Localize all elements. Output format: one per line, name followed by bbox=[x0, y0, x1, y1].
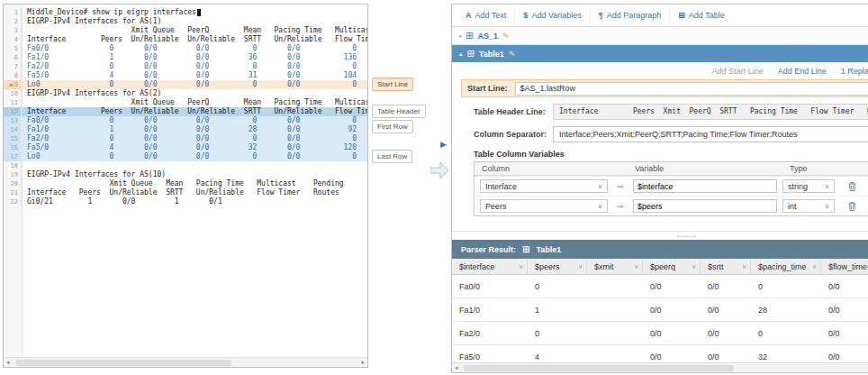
toolbar-button[interactable]: ¶ Add Paragraph bbox=[590, 8, 670, 23]
chevron-down-icon: ∨ bbox=[598, 203, 602, 210]
editor-line[interactable]: ▶ 5 Fa0/0 0 0/0 0/0 0 0/0 0 0 bbox=[4, 44, 367, 53]
editor-line[interactable]: ▶ 18 bbox=[4, 161, 367, 170]
scrollbar-thumb[interactable] bbox=[464, 365, 734, 371]
editor-line[interactable]: ▶ 4 Interface Peers Un/Reliable Un/Relia… bbox=[4, 35, 367, 44]
result-cell: 0/0 bbox=[643, 298, 701, 321]
column-separator-input[interactable] bbox=[553, 126, 868, 142]
add-paragraph-icon: ¶ bbox=[599, 11, 603, 20]
editor-line[interactable]: ▶ 21 Interface Peers Un/Reliable SRTT Un… bbox=[4, 188, 367, 197]
filter-chevron-icon[interactable]: ∨ bbox=[812, 263, 817, 270]
toolbar-button[interactable]: A Add Text bbox=[457, 8, 514, 23]
parser-tool-app: ▶ 1 Middle_Device# show ip eigrp interfa… bbox=[0, 0, 868, 375]
trash-icon[interactable] bbox=[848, 182, 856, 191]
result-horizontal-scrollbar[interactable]: ◂ ▸ bbox=[452, 362, 868, 372]
type-select[interactable]: int ∨ bbox=[782, 199, 835, 213]
section-as1[interactable]: ▪ ⊞ AS_1 ✎ ≡ bbox=[452, 27, 868, 45]
editor-line[interactable]: ▶ 22 Gi0/21 1 0/0 1 0/1 bbox=[4, 197, 367, 206]
editor-line[interactable]: ▶ 10 EIGRP-IPv4 Interfaces for AS(2) bbox=[4, 89, 367, 98]
line-gutter: ▶ 16 bbox=[4, 143, 22, 152]
result-cell: Fa2/0 bbox=[452, 322, 528, 344]
result-column-header[interactable]: $srtt ∨ bbox=[701, 259, 751, 274]
trash-icon[interactable] bbox=[848, 202, 856, 211]
toolbar-button[interactable]: $ Add Variables bbox=[514, 8, 589, 23]
editor-line[interactable]: ▶ 1 Middle_Device# show ip eigrp interfa… bbox=[4, 8, 367, 17]
column-variables-title: Table Column Variables bbox=[461, 150, 868, 159]
editor-line-text: Fa0/0 0 0/0 0/0 0 0/0 0 0 bbox=[22, 116, 367, 125]
line-annotation[interactable]: Table Header bbox=[372, 105, 426, 118]
result-cell: 0 bbox=[528, 275, 587, 297]
editor-line[interactable]: ▶ 17 Lo0 0 0/0 0/0 0 0/0 0 0 bbox=[4, 152, 367, 161]
result-row[interactable]: Fa1/010/00/0280/0 bbox=[452, 298, 868, 322]
splitter-handle[interactable]: •••••• bbox=[452, 231, 868, 240]
filter-chevron-icon[interactable]: ∨ bbox=[519, 263, 523, 270]
line-gutter: ▶ 21 bbox=[4, 188, 22, 197]
result-cell: 0/0 bbox=[701, 275, 751, 297]
editor-line[interactable]: ▶ 11 Xmit Queue PeerQ Mean Pacing Time M… bbox=[4, 98, 367, 107]
collapse-icon[interactable]: ▴ bbox=[459, 50, 463, 58]
line-annotation[interactable]: Start Line bbox=[372, 78, 413, 91]
start-line-value: $AS_1.lastRow bbox=[520, 84, 576, 93]
scrollbar-thumb[interactable] bbox=[15, 360, 231, 366]
filter-chevron-icon[interactable]: ∨ bbox=[692, 263, 696, 270]
result-column-header[interactable]: $peers ∨ bbox=[528, 259, 587, 274]
result-row[interactable]: Fa0/000/00/000/0 bbox=[452, 275, 868, 298]
column-separator-label: Column Separator: bbox=[474, 130, 553, 139]
map-arrow-icon: ⇨ bbox=[613, 202, 628, 211]
line-number: 1 bbox=[14, 8, 18, 17]
filter-chevron-icon[interactable]: ∨ bbox=[742, 263, 746, 270]
result-column-header[interactable]: $peerq ∨ bbox=[643, 259, 701, 274]
result-cell bbox=[587, 275, 643, 297]
result-column-header[interactable]: $pacing_time ∨ bbox=[751, 259, 821, 274]
line-number: 10 bbox=[11, 89, 18, 98]
editor-line[interactable]: ▶ 2 EIGRP-IPv4 Interfaces for AS(1) bbox=[4, 17, 367, 26]
scroll-right-icon[interactable]: ▸ bbox=[361, 359, 365, 366]
column-select[interactable]: Interface ∨ bbox=[480, 179, 608, 193]
add-start-line-link[interactable]: Add Start Line bbox=[712, 67, 764, 76]
line-annotation-label: Last Row bbox=[377, 152, 407, 160]
variable-input[interactable] bbox=[633, 199, 777, 213]
variable-input[interactable] bbox=[633, 179, 777, 193]
column-select[interactable]: Peers ∨ bbox=[480, 199, 608, 213]
editor-horizontal-scrollbar[interactable]: ◂ ▸ bbox=[4, 357, 367, 367]
result-cell: 0/0 bbox=[643, 322, 701, 344]
line-annotation-label: Start Line bbox=[377, 80, 408, 88]
editor-line-text: Xmit Queue PeerQ Mean Pacing Time Multic… bbox=[22, 26, 367, 35]
result-column-header[interactable]: $xmit ∨ bbox=[587, 259, 643, 274]
editor-lines[interactable]: ▶ 1 Middle_Device# show ip eigrp interfa… bbox=[4, 5, 367, 357]
edit-pencil-icon[interactable]: ✎ bbox=[502, 32, 510, 41]
cli-editor-panel[interactable]: ▶ 1 Middle_Device# show ip eigrp interfa… bbox=[3, 4, 368, 368]
editor-line[interactable]: ▶ 12 Interface Peers Un/Reliable Un/Reli… bbox=[4, 107, 367, 116]
filter-chevron-icon[interactable]: ∨ bbox=[634, 263, 638, 270]
scroll-left-icon[interactable]: ◂ bbox=[455, 364, 458, 371]
editor-line[interactable]: ▶ 15 Fa2/0 0 0/0 0/0 0 0/0 0 0 bbox=[4, 134, 367, 143]
type-select[interactable]: string ∨ bbox=[782, 179, 835, 193]
editor-line[interactable]: ▶ 16 Fa5/0 4 0/0 0/0 32 0/0 120 0 bbox=[4, 143, 367, 152]
section-table1-header[interactable]: ▴ ⊞ Table1 ✎ ≡ bbox=[452, 45, 868, 62]
add-end-line-link[interactable]: Add End Line bbox=[778, 67, 827, 76]
editor-line[interactable]: ▶ 6 Fa1/0 1 0/0 0/0 36 0/0 136 0 bbox=[4, 53, 367, 62]
start-line-select[interactable]: $AS_1.lastRow ∨ bbox=[515, 82, 868, 96]
edit-pencil-icon[interactable]: ✎ bbox=[509, 50, 516, 59]
line-number: 7 bbox=[14, 62, 18, 71]
editor-line[interactable]: ▶ 3 Xmit Queue PeerQ Mean Pacing Time Mu… bbox=[4, 26, 367, 35]
editor-line[interactable]: ▶ 14 Fa1/0 1 0/0 0/0 28 0/0 92 0 bbox=[4, 125, 367, 134]
editor-line[interactable]: ▶ 9 Lo0 0 0/0 0/0 0 0/0 0 0 bbox=[4, 80, 367, 89]
line-annotation[interactable]: Last Row bbox=[372, 150, 412, 163]
add-table-icon: ⊞ bbox=[678, 11, 685, 20]
editor-line[interactable]: ▶ 7 Fa2/0 0 0/0 0/0 0 0/0 0 0 bbox=[4, 62, 367, 71]
scroll-left-icon[interactable]: ◂ bbox=[6, 359, 10, 366]
editor-line[interactable]: ▶ 8 Fa5/0 4 0/0 0/0 31 0/0 104 0 bbox=[4, 71, 367, 80]
editor-line[interactable]: ▶ 19 EIGRP-IPv4 Interfaces for AS(10) bbox=[4, 170, 367, 179]
toolbar-button[interactable]: ⊞ Add Table bbox=[669, 8, 732, 23]
result-column-header[interactable]: $flow_time ∨ bbox=[821, 259, 868, 274]
filter-chevron-icon[interactable]: ∨ bbox=[578, 263, 583, 270]
editor-line[interactable]: ▶ 20 Xmit Queue Mean Pacing Time Multica… bbox=[4, 179, 367, 188]
replacements-link[interactable]: 1 Replacements bbox=[841, 67, 868, 76]
editor-line[interactable]: ▶ 13 Fa0/0 0 0/0 0/0 0 0/0 0 0 bbox=[4, 116, 367, 125]
editor-line-text: Gi0/21 1 0/0 1 0/1 bbox=[22, 197, 222, 206]
result-row[interactable]: Fa2/000/00/000/0 bbox=[452, 322, 868, 345]
table-header-line-value[interactable]: Interface Peers Xmit PeerQ SRTT Pacing T… bbox=[553, 104, 868, 120]
result-column-header[interactable]: $interface ∨ bbox=[452, 259, 528, 274]
result-cell bbox=[587, 322, 643, 344]
line-annotation[interactable]: First Row bbox=[372, 120, 413, 133]
